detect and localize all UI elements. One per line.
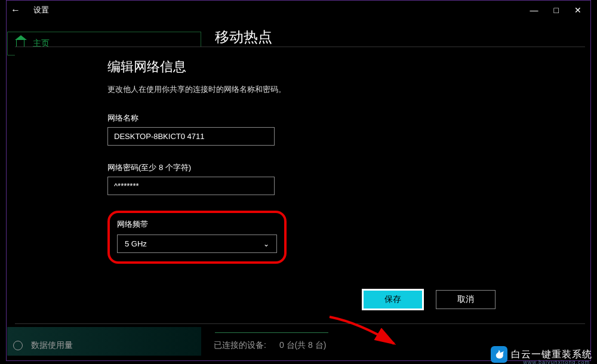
network-band-select[interactable]: 5 GHz ⌄ [117,235,277,253]
dialog-edit-network: 编辑网络信息 更改他人在使用你共享的连接时的网络名称和密码。 网络名称 网络密码… [15,47,585,324]
watermark-url: www.baiyunxitong.com [523,359,590,364]
save-button[interactable]: 保存 [363,290,423,309]
sidebar-item-data-usage[interactable]: 数据使用量 [13,340,73,351]
network-password-label: 网络密码(至少 8 个字符) [107,162,493,173]
data-usage-icon [13,341,23,350]
minimize-button[interactable]: — [530,5,538,15]
page-title: 移动热点 [215,27,585,47]
annotation-highlight: 网络频带 5 GHz ⌄ [107,211,287,264]
main-content: 移动热点 [215,24,585,47]
chevron-down-icon: ⌄ [263,240,269,248]
back-button[interactable]: ← [11,5,20,16]
connected-devices-value: 0 台(共 8 台) [279,340,327,351]
titlebar: ← 设置 — □ ✕ [7,1,590,19]
dialog-description: 更改他人在使用你共享的连接时的网络名称和密码。 [107,84,493,95]
network-band-value: 5 GHz [125,239,147,248]
connected-devices-label: 已连接的设备: [214,340,266,351]
network-band-label: 网络频带 [117,219,277,230]
cancel-button[interactable]: 取消 [436,290,496,309]
cancel-button-label: 取消 [457,294,474,305]
connected-devices: 已连接的设备: 0 台(共 8 台) [214,340,326,351]
maximize-button[interactable]: □ [554,5,559,15]
network-name-label: 网络名称 [107,113,493,124]
data-usage-label: 数据使用量 [31,340,73,351]
network-password-input[interactable] [107,177,275,195]
watermark-logo-icon [491,346,507,363]
window-title: 设置 [33,5,49,16]
save-button-label: 保存 [384,294,401,305]
dialog-title: 编辑网络信息 [107,58,493,76]
divider [215,332,328,333]
close-button[interactable]: ✕ [574,5,581,15]
network-name-input[interactable] [107,127,275,146]
